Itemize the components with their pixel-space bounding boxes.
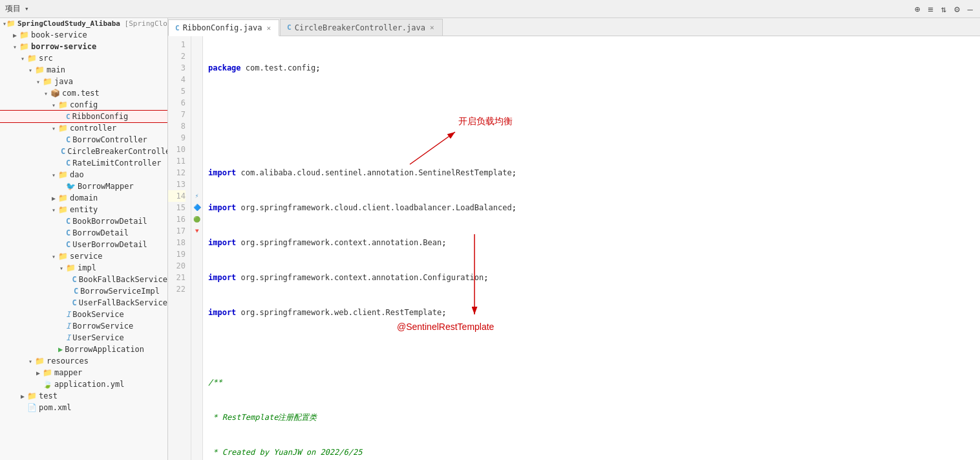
sidebar-item-userservice[interactable]: ▶ I UserService [0, 332, 167, 344]
toolbar-icon-list[interactable]: ≡ [926, 4, 935, 14]
code-line-5: import org.springframework.cloud.client.… [208, 202, 975, 214]
java-c-icon: C [61, 147, 65, 156]
java-c-icon: C [74, 287, 78, 296]
java-c-icon: C [66, 228, 70, 237]
toolbar-icon-sort[interactable]: ⇅ [939, 4, 948, 14]
toolbar-icon-globe[interactable]: ⊕ [913, 4, 922, 14]
sidebar-item-circlebreaker[interactable]: ▶ C CircleBreakerController [0, 146, 167, 157]
sidebar-item-borrowcontroller[interactable]: ▶ C BorrowController [0, 134, 167, 146]
tab-circlebreaker[interactable]: C CircleBreakerController.java ✕ [280, 19, 443, 36]
sidebar-item-entity[interactable]: ▾ 📁 entity [0, 204, 167, 215]
folder-icon: 📁 [43, 77, 52, 86]
sidebar-item-userfallback[interactable]: ▶ C UserFallBackService [0, 297, 167, 309]
code-line-10: /** [208, 377, 975, 388]
java-c-icon: C [72, 275, 76, 284]
code-line-12: * Created by YuanJW on 2022/6/25 [208, 446, 975, 458]
code-line-1: package com.test.config; [208, 62, 975, 74]
folder-icon: 📁 [58, 193, 68, 203]
java-i-icon: I [66, 322, 70, 331]
code-line-3 [208, 132, 975, 144]
root-label: SpringCloudStudy_Alibaba [SpringCloudStu… [17, 19, 168, 28]
sidebar-item-mapper[interactable]: ▶ 📁 mapper [0, 367, 167, 378]
sidebar-item-borrowservice[interactable]: ▶ I BorrowService [0, 320, 167, 332]
sidebar-item-pomxml[interactable]: ▶ 📄 pom.xml [0, 402, 167, 413]
java-c-icon: C [66, 113, 70, 121]
code-line-7: import org.springframework.context.annot… [208, 272, 975, 283]
folder-icon: 📁 [27, 54, 37, 63]
code-line-4: import com.alibaba.cloud.sentinel.annota… [208, 167, 975, 179]
code-line-6: import org.springframework.context.annot… [208, 237, 975, 248]
java-c-icon: C [66, 240, 70, 249]
sidebar-item-book-service[interactable]: ▶ 📁 book-service [0, 29, 167, 41]
sidebar-item-domain[interactable]: ▶ 📁 domain [0, 192, 167, 204]
sidebar-item-main[interactable]: ▾ 📁 main [0, 64, 167, 76]
sidebar-item-borrowserviceimpl[interactable]: ▶ C BorrowServiceImpl [0, 285, 167, 297]
folder-icon: 📁 [58, 252, 68, 261]
xml-icon: 📄 [27, 403, 37, 412]
sidebar: ▾ 📁 SpringCloudStudy_Alibaba [SpringClou… [0, 18, 168, 460]
root-folder-icon: 📁 [6, 19, 16, 28]
sidebar-item-service[interactable]: ▾ 📁 service [0, 250, 167, 262]
sidebar-item-src[interactable]: ▾ 📁 src [0, 52, 167, 64]
folder-icon: 📁 [43, 368, 52, 377]
sidebar-item-borrow-service[interactable]: ▾ 📁 borrow-service [0, 41, 167, 52]
annotation-load-balance: 开启负载均衡 [458, 115, 513, 127]
sidebar-item-resources[interactable]: ▾ 📁 resources [0, 355, 167, 367]
folder-icon: 📁 [66, 263, 76, 272]
code-line-11: * RestTemplate注册配置类 [208, 411, 975, 423]
annotation-sentinel: @SentinelRestTemplate [397, 321, 494, 333]
gutter-icons: ⚡ 🔷 🟢🔻 [191, 36, 203, 460]
folder-icon: 📁 [19, 30, 29, 39]
toolbar-icon-minimize[interactable]: — [966, 4, 975, 14]
sidebar-item-borrowmapper[interactable]: ▶ 🐦 BorrowMapper [0, 181, 167, 192]
folder-icon: 📁 [35, 65, 45, 74]
code-line-9 [208, 342, 975, 353]
toolbar-dropdown-icon[interactable]: ▾ [25, 5, 29, 13]
sidebar-item-dao[interactable]: ▾ 📁 dao [0, 169, 167, 181]
java-green-icon: ▶ [58, 345, 63, 354]
code-content[interactable]: package com.test.config; import com.alib… [203, 36, 980, 460]
java-c-icon: C [66, 135, 70, 144]
sidebar-item-borrowapplication[interactable]: ▶ ▶ BorrowApplication [0, 344, 167, 355]
main-area: ▾ 📁 SpringCloudStudy_Alibaba [SpringClou… [0, 18, 980, 460]
folder-icon: 📁 [19, 42, 29, 51]
folder-icon: 📁 [27, 391, 37, 400]
folder-icon: 📁 [58, 205, 68, 214]
sidebar-item-ribbonconfig[interactable]: ▶ C RibbonConfig [0, 111, 167, 122]
tab-close-ribbon[interactable]: ✕ [265, 24, 272, 32]
java-i-icon: I [66, 333, 70, 342]
toolbar-icon-gear[interactable]: ⚙ [952, 4, 961, 14]
code-editor[interactable]: 1 2 3 4 5 6 7 8 9 10 11 12 13 14 15 16 1 [168, 36, 980, 460]
toolbar-project-label: 项目 [5, 3, 21, 14]
sidebar-item-comtest[interactable]: ▾ 📦 com.test [0, 87, 167, 99]
folder-icon: 📁 [58, 100, 68, 109]
sidebar-item-borrowdetail[interactable]: ▶ C BorrowDetail [0, 227, 167, 239]
sidebar-item-bookborrowdetail[interactable]: ▶ C BookBorrowDetail [0, 215, 167, 227]
tab-close-circle[interactable]: ✕ [429, 23, 436, 32]
package-icon: 📦 [50, 89, 60, 98]
sidebar-item-impl[interactable]: ▾ 📁 impl [0, 262, 167, 274]
sidebar-item-userborrowdetail[interactable]: ▶ C UserBorrowDetail [0, 239, 167, 250]
folder-icon: 📁 [58, 124, 68, 133]
java-i-icon: I [66, 310, 70, 319]
sidebar-item-java[interactable]: ▾ 📁 java [0, 76, 167, 87]
sidebar-item-test[interactable]: ▶ 📁 test [0, 390, 167, 402]
sidebar-item-bookservice[interactable]: ▶ I BookService [0, 309, 167, 320]
tabs-bar: C RibbonConfig.java ✕ C CircleBreakerCon… [168, 18, 980, 36]
sidebar-item-applicationyml[interactable]: ▶ 🍃 application.yml [0, 378, 167, 390]
sidebar-item-ratelimit[interactable]: ▶ C RateLimitController [0, 157, 167, 169]
editor-area: C RibbonConfig.java ✕ C CircleBreakerCon… [168, 18, 980, 460]
toolbar: 项目 ▾ ⊕ ≡ ⇅ ⚙ — [0, 0, 980, 18]
tree-root[interactable]: ▾ 📁 SpringCloudStudy_Alibaba [SpringClou… [0, 18, 167, 29]
tab-ribbonconfig[interactable]: C RibbonConfig.java ✕ [168, 19, 279, 36]
sidebar-item-config[interactable]: ▾ 📁 config [0, 99, 167, 111]
tab-java-icon2: C [287, 23, 292, 32]
sidebar-item-controller[interactable]: ▾ 📁 controller [0, 122, 167, 134]
sidebar-item-bookfallback[interactable]: ▶ C BookFallBackService [0, 274, 167, 285]
folder-icon: 📁 [58, 170, 68, 179]
java-c-icon: C [66, 159, 70, 168]
java-c-icon: C [72, 298, 76, 307]
code-line-8: import org.springframework.web.client.Re… [208, 307, 975, 318]
folder-icon: 📁 [35, 356, 45, 366]
java-green-icon: 🐦 [66, 182, 76, 191]
